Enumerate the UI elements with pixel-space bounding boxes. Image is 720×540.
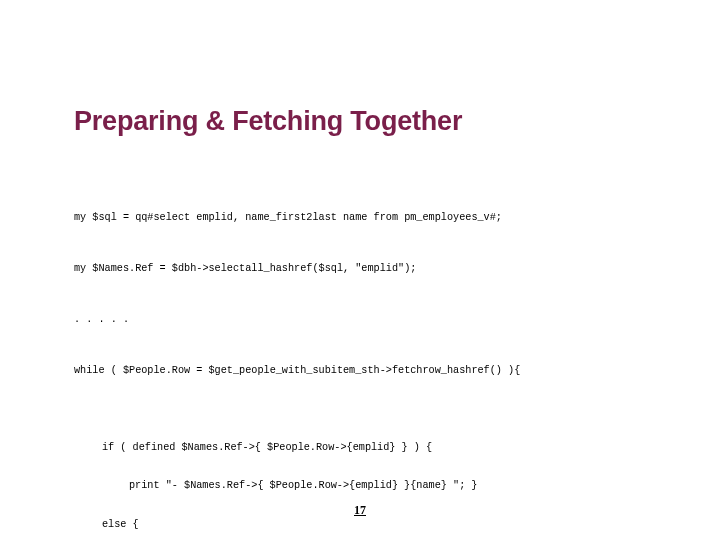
code-line: else { <box>74 519 660 532</box>
code-block-inner: if ( defined $Names.Ref->{ $People.Row->… <box>74 417 660 541</box>
slide: Preparing & Fetching Together my $sql = … <box>0 0 720 540</box>
code-line: while ( $People.Row = $get_people_with_s… <box>74 365 660 378</box>
page-number: 17 <box>0 503 720 518</box>
page-title: Preparing & Fetching Together <box>74 106 462 137</box>
code-line: if ( defined $Names.Ref->{ $People.Row->… <box>74 442 660 455</box>
code-line: my $Names.Ref = $dbh->selectall_hashref(… <box>74 263 660 276</box>
code-block: my $sql = qq#select emplid, name_first2l… <box>74 186 660 540</box>
code-line: . . . . . <box>74 314 660 327</box>
code-line: my $sql = qq#select emplid, name_first2l… <box>74 212 660 225</box>
code-line: print "- $Names.Ref->{ $People.Row->{emp… <box>74 480 660 493</box>
